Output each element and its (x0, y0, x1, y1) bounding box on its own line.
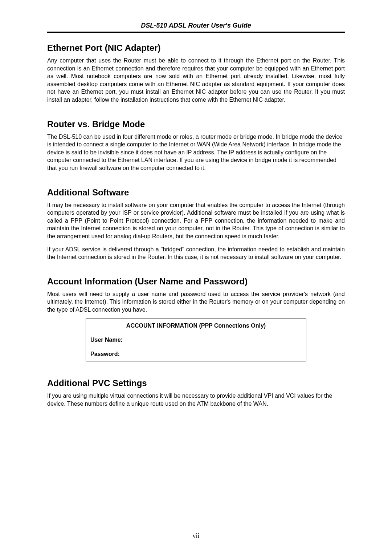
section-heading-router-bridge: Router vs. Bridge Mode (47, 119, 345, 129)
table-row: Password: (86, 347, 306, 361)
section-heading-additional-software: Additional Software (47, 187, 345, 198)
document-page: DSL-510 ADSL Router User's Guide Etherne… (0, 0, 392, 555)
password-label: Password: (90, 351, 120, 357)
section-heading-account-info: Account Information (User Name and Passw… (47, 276, 345, 287)
table-header-cell: ACCOUNT INFORMATION (PPP Connections Onl… (86, 319, 306, 333)
paragraph: If you are using multiple virtual connec… (47, 392, 345, 408)
page-number: vii (0, 532, 392, 540)
section-heading-ethernet: Ethernet Port (NIC Adapter) (47, 43, 345, 53)
section-heading-pvc: Additional PVC Settings (47, 378, 345, 388)
paragraph: Any computer that uses the Router must b… (47, 57, 345, 104)
paragraph: If your ADSL service is delivered throug… (47, 246, 345, 261)
table-cell-password: Password: (86, 347, 306, 361)
table-cell-user-name: User Name: (86, 333, 306, 347)
paragraph: The DSL-510 can be used in four differen… (47, 133, 345, 172)
paragraph: It may be necessary to install software … (47, 201, 345, 240)
paragraph: Most users will need to supply a user na… (47, 290, 345, 314)
user-name-label: User Name: (90, 337, 123, 343)
running-header: DSL-510 ADSL Router User's Guide (47, 22, 345, 33)
account-info-table: ACCOUNT INFORMATION (PPP Connections Onl… (86, 319, 306, 361)
table-row: User Name: (86, 333, 306, 347)
table-row: ACCOUNT INFORMATION (PPP Connections Onl… (86, 319, 306, 333)
